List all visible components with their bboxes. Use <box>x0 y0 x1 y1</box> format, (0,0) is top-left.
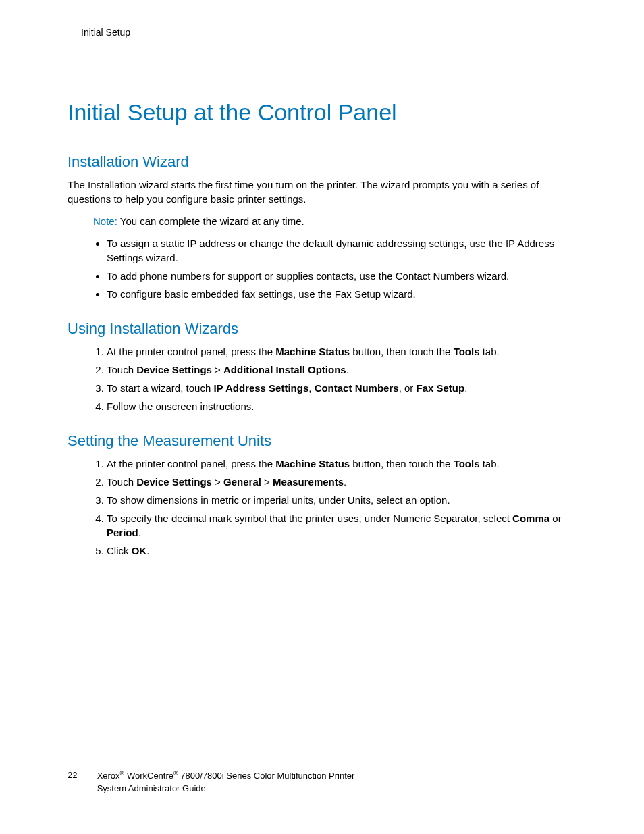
bold-term: Fax Setup <box>417 382 465 394</box>
list-item: At the printer control panel, press the … <box>107 344 576 359</box>
bold-term: Tools <box>454 346 480 357</box>
step-text: To specify the decimal mark symbol that … <box>107 513 512 524</box>
section-heading-measurement-units: Setting the Measurement Units <box>68 432 576 450</box>
step-text: Touch <box>107 364 136 375</box>
step-text: button, then touch the <box>350 458 453 469</box>
step-text: To show dimensions in metric or imperial… <box>107 494 450 506</box>
list-item: To start a wizard, touch IP Address Sett… <box>107 381 576 395</box>
section2-steps: At the printer control panel, press the … <box>68 344 576 413</box>
step-text: At the printer control panel, press the <box>107 346 275 357</box>
list-item: Follow the onscreen instructions. <box>107 399 576 413</box>
section1-bullet-list: To assign a static IP address or change … <box>68 236 576 301</box>
list-item: To show dimensions in metric or imperial… <box>107 493 576 507</box>
page-number: 22 <box>68 769 95 781</box>
bold-term: Contact Numbers <box>315 382 399 394</box>
page: Initial Setup Initial Setup at the Contr… <box>0 0 644 834</box>
footer-brand: WorkCentre <box>124 771 173 781</box>
registered-icon: ® <box>173 770 178 777</box>
footer-product: 7800/7800i Series Color Multifunction Pr… <box>178 771 355 781</box>
page-title: Initial Setup at the Control Panel <box>68 99 576 126</box>
section3-steps: At the printer control panel, press the … <box>68 457 576 558</box>
bold-term: Machine Status <box>275 458 350 469</box>
section1-paragraph: The Installation wizard starts the first… <box>68 178 576 206</box>
step-text: , <box>308 382 314 394</box>
bold-term: General <box>223 476 261 488</box>
list-item: To assign a static IP address or change … <box>107 236 576 265</box>
list-item: To configure basic embedded fax settings… <box>107 287 576 301</box>
step-text: Follow the onscreen instructions. <box>107 400 254 412</box>
bold-term: Comma <box>512 513 549 524</box>
step-text: . <box>464 382 467 394</box>
bold-term: Period <box>107 527 138 538</box>
note-label: Note: <box>93 215 117 227</box>
bold-term: IP Address Settings <box>213 382 308 394</box>
step-text: . <box>346 364 349 375</box>
footer-guide: System Administrator Guide <box>97 783 206 793</box>
step-text: Touch <box>107 476 136 488</box>
list-item: Touch Device Settings > Additional Insta… <box>107 363 576 377</box>
bold-term: Device Settings <box>136 364 212 375</box>
step-text: Click <box>107 545 132 556</box>
section-heading-using-wizards: Using Installation Wizards <box>68 320 576 338</box>
step-text: At the printer control panel, press the <box>107 458 275 469</box>
bold-term: Tools <box>454 458 480 469</box>
section-heading-installation-wizard: Installation Wizard <box>68 153 576 171</box>
list-item: At the printer control panel, press the … <box>107 457 576 471</box>
step-text: > <box>261 476 273 488</box>
step-text: > <box>212 476 223 488</box>
running-header: Initial Setup <box>68 27 576 38</box>
bold-term: OK <box>132 545 147 556</box>
list-item: Touch Device Settings > General > Measur… <box>107 475 576 489</box>
step-text: . <box>146 545 149 556</box>
list-item: To add phone numbers for support or supp… <box>107 269 576 283</box>
step-text: tab. <box>480 458 500 469</box>
footer-brand: Xerox <box>97 771 120 781</box>
bold-term: Device Settings <box>136 476 212 488</box>
step-text: button, then touch the <box>350 346 453 357</box>
note-line: Note: You can complete the wizard at any… <box>93 214 576 228</box>
step-text: or <box>549 513 562 524</box>
step-text: > <box>212 364 223 375</box>
step-text: . <box>344 476 346 488</box>
bold-term: Measurements <box>273 476 344 488</box>
footer-text: Xerox® WorkCentre® 7800/7800i Series Col… <box>97 769 355 795</box>
list-item: To specify the decimal mark symbol that … <box>107 511 576 540</box>
list-item: Click OK. <box>107 544 576 558</box>
page-footer: 22 Xerox® WorkCentre® 7800/7800i Series … <box>68 769 576 795</box>
bold-term: Machine Status <box>275 346 350 357</box>
note-text: You can complete the wizard at any time. <box>117 215 304 227</box>
step-text: tab. <box>480 346 500 357</box>
step-text: , or <box>399 382 417 394</box>
bold-term: Additional Install Options <box>223 364 346 375</box>
step-text: To start a wizard, touch <box>107 382 213 394</box>
step-text: . <box>138 527 141 538</box>
